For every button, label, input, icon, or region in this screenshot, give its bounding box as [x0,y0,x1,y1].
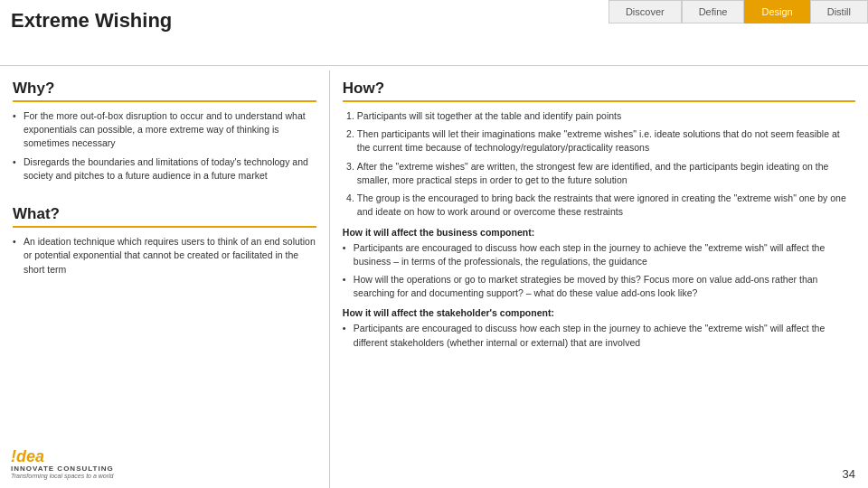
list-item: For the more out-of-box disruption to oc… [13,109,316,151]
nav-design[interactable]: Design [744,0,809,23]
main-content: Why? For the more out-of-box disruption … [0,70,868,488]
what-section: What? An ideation technique which requir… [13,205,316,281]
top-nav: Discover Define Design Distill [609,0,868,23]
left-column: Why? For the more out-of-box disruption … [0,70,330,488]
logo-exclaim: !dea [11,448,44,465]
list-item: Participants are encouraged to discuss h… [343,322,855,349]
business-heading: How it will affect the business componen… [343,227,855,238]
list-item: Participants will sit together at the ta… [357,109,855,123]
why-list: For the more out-of-box disruption to oc… [13,109,316,183]
list-item: After the "extreme wishes" are written, … [357,160,855,187]
nav-define[interactable]: Define [682,0,745,23]
logo-area: !dea INNOVATE CONSULTING Transforming lo… [11,448,114,479]
what-list: An ideation technique which requires use… [13,235,316,277]
nav-distill[interactable]: Distill [810,0,868,23]
nav-discover[interactable]: Discover [609,0,682,23]
page-title: Extreme Wishing [11,9,172,33]
title-divider [0,65,868,66]
why-section: Why? For the more out-of-box disruption … [13,80,316,187]
stakeholder-heading: How it will affect the stakeholder's com… [343,307,855,318]
how-heading: How? [343,80,855,102]
stakeholder-list: Participants are encouraged to discuss h… [343,322,855,349]
page-number: 34 [843,467,855,481]
list-item: How will the operations or go to market … [343,273,855,300]
list-item: Then participants will let their imagina… [357,127,855,155]
business-list: Participants are encouraged to discuss h… [343,241,855,301]
right-column: How? Participants will sit together at t… [330,70,868,488]
list-item: Disregards the boundaries and limitation… [13,155,316,183]
list-item: Participants are encouraged to discuss h… [343,241,855,268]
logo-tagline: Transforming local spaces to a world [11,473,113,479]
list-item: The group is the encouraged to bring bac… [357,192,855,219]
list-item: An ideation technique which requires use… [13,235,316,277]
why-heading: Why? [13,80,316,102]
how-numbered-list: Participants will sit together at the ta… [343,109,855,220]
logo-name: INNOVATE CONSULTING [11,465,114,473]
what-heading: What? [13,205,316,228]
